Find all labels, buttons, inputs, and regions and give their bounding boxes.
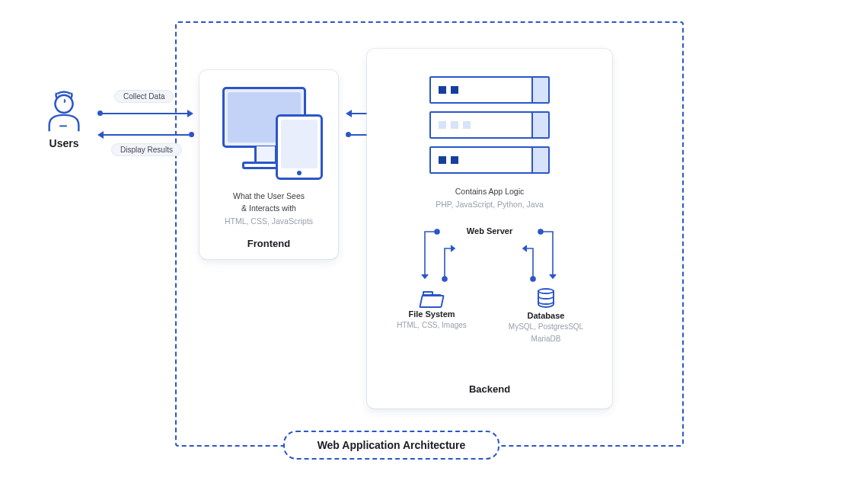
database-icon	[538, 288, 554, 308]
link-users-frontend: Collect Data Display Results	[97, 107, 201, 145]
diagram-title: Web Application Architecture	[283, 431, 499, 460]
backend-title: Backend	[367, 383, 612, 395]
user-icon	[42, 90, 86, 134]
backend-desc: Contains App Logic	[367, 186, 612, 198]
frontend-title: Frontend	[199, 238, 338, 249]
frontend-tech: HTML, CSS, JavaScripts	[199, 216, 338, 226]
database-title: Database	[496, 311, 595, 320]
backend-card: Contains App Logic PHP, JavaScript, Pyth…	[367, 49, 612, 409]
folder-icon	[422, 291, 442, 306]
database-tech-line1: MySQL, PostgresSQL	[496, 322, 595, 332]
svg-point-4	[531, 277, 535, 281]
backend-connectors	[413, 226, 565, 294]
diagram-title-text: Web Application Architecture	[318, 439, 466, 451]
frontend-card: What the User Sees & Interacts with HTML…	[199, 70, 338, 259]
label-collect-data: Collect Data	[114, 90, 174, 103]
devices-icon	[222, 87, 321, 178]
svg-point-2	[442, 277, 447, 281]
database-tech-line2: MariaDB	[496, 334, 595, 344]
frontend-desc-line1: What the User Sees	[199, 191, 338, 203]
frontend-desc-line2: & Interacts with	[199, 203, 338, 215]
database-block: Database MySQL, PostgresSQL MariaDB	[496, 288, 595, 344]
users-label: Users	[26, 137, 102, 149]
servers-icon	[429, 76, 550, 181]
users-node: Users	[26, 90, 102, 149]
file-system-title: File System	[382, 309, 481, 319]
svg-point-0	[55, 95, 72, 113]
backend-tech: PHP, JavaScript, Python, Java	[367, 200, 612, 209]
diagram-canvas: Web Application Architecture Users Colle…	[0, 0, 868, 487]
file-system-block: File System HTML, CSS, Images	[382, 291, 481, 331]
file-system-tech: HTML, CSS, Images	[382, 320, 481, 331]
label-display-results: Display Results	[111, 143, 182, 156]
